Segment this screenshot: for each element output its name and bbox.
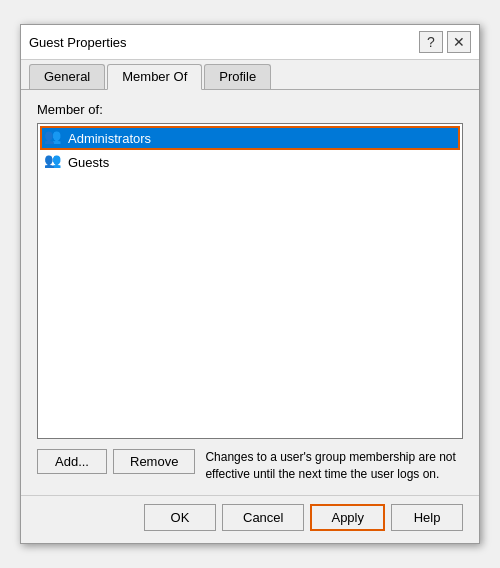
action-buttons: Add... Remove	[37, 449, 195, 474]
administrators-icon	[44, 128, 64, 148]
tab-member-of[interactable]: Member Of	[107, 64, 202, 90]
list-item-label: Guests	[68, 155, 109, 170]
ok-button[interactable]: OK	[144, 504, 216, 531]
cancel-button[interactable]: Cancel	[222, 504, 304, 531]
bottom-section: Add... Remove Changes to a user's group …	[37, 449, 463, 483]
apply-button[interactable]: Apply	[310, 504, 385, 531]
title-bar: Guest Properties ? ✕	[21, 25, 479, 60]
member-of-label: Member of:	[37, 102, 463, 117]
dialog-body: Member of: Administrators Guests Add... …	[21, 90, 479, 495]
list-item[interactable]: Guests	[40, 150, 460, 174]
list-item[interactable]: Administrators	[40, 126, 460, 150]
list-item-label: Administrators	[68, 131, 151, 146]
footer: OK Cancel Apply Help	[21, 495, 479, 543]
tab-profile[interactable]: Profile	[204, 64, 271, 89]
guest-properties-dialog: Guest Properties ? ✕ General Member Of P…	[20, 24, 480, 544]
close-button[interactable]: ✕	[447, 31, 471, 53]
add-button[interactable]: Add...	[37, 449, 107, 474]
help-button[interactable]: Help	[391, 504, 463, 531]
help-icon-button[interactable]: ?	[419, 31, 443, 53]
remove-button[interactable]: Remove	[113, 449, 195, 474]
tab-general[interactable]: General	[29, 64, 105, 89]
title-bar-left: Guest Properties	[29, 35, 127, 50]
guests-icon	[44, 152, 64, 172]
tab-bar: General Member Of Profile	[21, 60, 479, 90]
info-text: Changes to a user's group membership are…	[205, 449, 463, 483]
title-bar-controls: ? ✕	[419, 31, 471, 53]
dialog-title: Guest Properties	[29, 35, 127, 50]
group-list[interactable]: Administrators Guests	[37, 123, 463, 439]
